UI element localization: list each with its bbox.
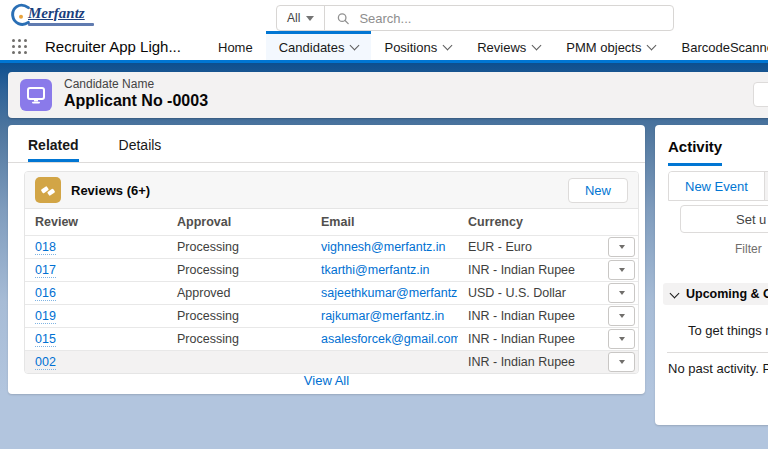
review-link[interactable]: 015	[35, 332, 56, 347]
upcoming-empty-text: To get things mov	[688, 323, 768, 338]
nav-tab-home[interactable]: Home	[205, 34, 266, 60]
chevron-down-icon	[532, 41, 542, 51]
brand-name: Merfantz	[28, 3, 94, 23]
nav-tab-candidates[interactable]: Candidates	[266, 31, 372, 60]
approval-cell: Processing	[167, 328, 311, 351]
reviews-icon	[35, 177, 61, 203]
merfantz-logo[interactable]: Merfantz	[10, 3, 94, 27]
upcoming-overdue-section-header[interactable]: Upcoming & Ove	[663, 283, 768, 305]
record-tabs: Related Details	[8, 125, 645, 163]
email-link[interactable]: asalesforcek@gmail.com	[321, 332, 458, 346]
table-row: 015 Processing asalesforcek@gmail.com IN…	[25, 328, 638, 351]
tab-related[interactable]: Related	[28, 137, 79, 162]
tab-new-event[interactable]: New Event	[669, 172, 765, 200]
chevron-down-icon	[670, 288, 680, 298]
column-header-currency[interactable]: Currency	[458, 209, 598, 236]
row-actions-button[interactable]	[608, 306, 635, 326]
search-scope-label: All	[287, 11, 300, 25]
review-link[interactable]: 018	[35, 240, 56, 255]
app-name[interactable]: Recruiter App Ligh...	[45, 34, 181, 60]
table-row: 018 Processing vighnesh@merfantz.in EUR …	[25, 236, 638, 259]
search-input[interactable]	[357, 10, 661, 27]
app-launcher-icon[interactable]	[12, 39, 28, 55]
related-list-header: Reviews (6+) New	[25, 172, 638, 209]
caret-down-icon	[619, 245, 625, 249]
tab-details[interactable]: Details	[119, 137, 162, 162]
currency-cell: INR - Indian Rupee	[458, 305, 598, 328]
table-header-row: Review Approval Email Currency	[25, 209, 638, 236]
record-detail-card: Related Details Reviews (6+) New Review …	[8, 125, 645, 394]
approval-cell: Processing	[167, 305, 311, 328]
review-link[interactable]: 019	[35, 309, 56, 324]
caret-down-icon	[619, 291, 625, 295]
filters-link[interactable]: Filter	[735, 242, 762, 256]
email-link[interactable]: vighnesh@merfantz.in	[321, 240, 446, 254]
currency-cell: INR - Indian Rupee	[458, 259, 598, 282]
currency-cell: USD - U.S. Dollar	[458, 282, 598, 305]
reviews-related-list: Reviews (6+) New Review Approval Email C…	[24, 171, 639, 374]
nav-tab-pmm-objects[interactable]: PMM objects	[553, 34, 668, 60]
email-link[interactable]: sajeethkumar@merfantz.in	[321, 286, 458, 300]
activity-panel: Activity New Event Em Set u Filter Upcom…	[655, 125, 768, 425]
caret-down-icon	[619, 360, 625, 364]
currency-cell: EUR - Euro	[458, 236, 598, 259]
set-up-event-button[interactable]: Set u	[680, 205, 768, 233]
search-box	[325, 10, 673, 27]
column-header-review[interactable]: Review	[25, 209, 167, 236]
chevron-down-icon	[647, 41, 657, 51]
activity-composer-tabs: New Event Em	[668, 171, 768, 201]
view-all-link[interactable]: View All	[304, 373, 349, 388]
record-page-header: Candidate Name Applicant No -0003 New	[8, 72, 768, 118]
reviews-table: Review Approval Email Currency 018 Proce…	[25, 209, 638, 373]
global-header: Merfantz All	[0, 0, 768, 35]
entity-label: Candidate Name	[64, 77, 208, 91]
row-actions-button[interactable]	[608, 237, 635, 257]
caret-down-icon	[619, 268, 625, 272]
approval-cell: Approved	[167, 282, 311, 305]
chevron-down-icon	[350, 41, 360, 51]
brand-tagline	[28, 23, 94, 26]
table-row: 017 Processing tkarthi@merfantz.in INR -…	[25, 259, 638, 282]
app-nav-bar: Recruiter App Ligh... Home Candidates Po…	[0, 34, 768, 63]
approval-cell: Processing	[167, 236, 311, 259]
nav-tab-positions[interactable]: Positions	[371, 34, 464, 60]
search-icon	[337, 12, 349, 25]
row-actions-button[interactable]	[608, 260, 635, 280]
table-row: 019 Processing rajkumar@merfantz.in INR …	[25, 305, 638, 328]
search-scope-selector[interactable]: All	[277, 6, 325, 30]
header-new-button[interactable]: New	[753, 82, 768, 107]
approval-cell: Processing	[167, 259, 311, 282]
tab-activity[interactable]: Activity	[668, 138, 722, 166]
upcoming-overdue-label: Upcoming & Ove	[686, 287, 768, 301]
chevron-down-icon	[443, 41, 453, 51]
currency-cell: INR - Indian Rupee	[458, 328, 598, 351]
global-search: All	[276, 5, 674, 31]
row-actions-button[interactable]	[608, 283, 635, 303]
column-header-approval[interactable]: Approval	[167, 209, 311, 236]
record-header-text: Candidate Name Applicant No -0003	[64, 77, 208, 110]
scope-caret-icon	[306, 16, 314, 21]
review-link[interactable]: 017	[35, 263, 56, 278]
review-link[interactable]: 016	[35, 286, 56, 301]
nav-tabs: Home Candidates Positions Reviews PMM ob…	[205, 34, 768, 60]
related-list-title[interactable]: Reviews (6+)	[71, 183, 568, 198]
nav-tab-reviews[interactable]: Reviews	[464, 34, 553, 60]
view-all-row: View All	[8, 366, 645, 394]
past-activity-empty-text: No past activity. Past m	[668, 361, 768, 376]
record-title: Applicant No -0003	[64, 92, 208, 110]
caret-down-icon	[619, 337, 625, 341]
email-link[interactable]: rajkumar@merfantz.in	[321, 309, 444, 323]
email-link[interactable]: tkarthi@merfantz.in	[321, 263, 430, 277]
divider	[667, 352, 768, 353]
column-header-email[interactable]: Email	[311, 209, 458, 236]
row-actions-button[interactable]	[608, 329, 635, 349]
candidate-record-icon	[20, 79, 52, 111]
nav-tab-barcodescanner[interactable]: BarcodeScanner	[668, 34, 768, 60]
desktop-icon	[27, 87, 45, 104]
reviews-new-button[interactable]: New	[568, 178, 628, 203]
table-row: 016 Approved sajeethkumar@merfantz.in US…	[25, 282, 638, 305]
caret-down-icon	[619, 314, 625, 318]
